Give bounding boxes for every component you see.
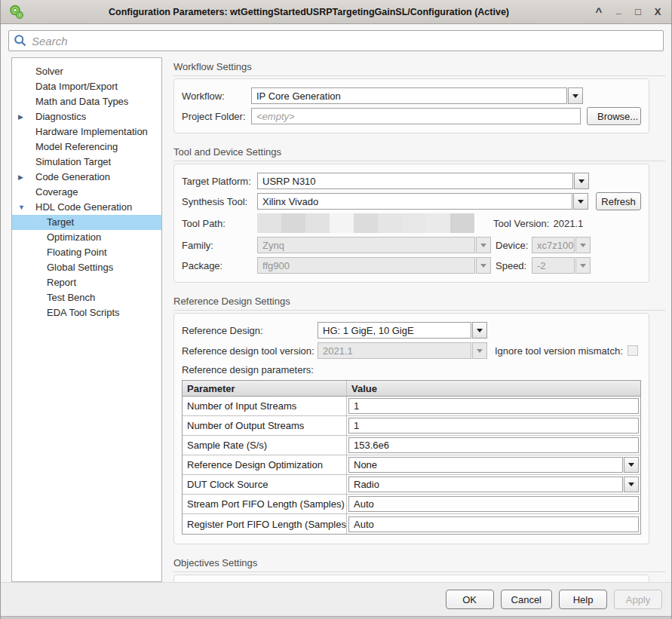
number-of-output-streams-input[interactable] (348, 418, 639, 434)
reference-design-parameters-label: Reference design parameters: (182, 364, 314, 375)
sidebar-item-hdl-code-generation[interactable]: HDL Code Generation (12, 200, 161, 215)
reference-design-settings-title: Reference Design Settings (173, 292, 665, 311)
package-combobox: ffg900 (257, 257, 491, 274)
window-bottom-edge (1, 616, 671, 619)
dropdown-arrow-icon (476, 237, 491, 253)
close-window-icon[interactable]: X (652, 6, 664, 17)
reference-design-parameters-table: Parameter Value Number of Input Streams … (182, 380, 641, 535)
table-row: DUT Clock Source Radio (183, 475, 640, 495)
project-folder-input[interactable] (251, 108, 581, 124)
collapse-arrow-icon[interactable] (18, 200, 29, 215)
objectives-settings-title: Objectives Settings (173, 553, 665, 572)
dropdown-arrow-icon (472, 342, 487, 359)
workflow-combobox[interactable]: IP Core Generation (251, 87, 583, 104)
sidebar-item-target[interactable]: Target (12, 215, 161, 230)
workflow-settings-panel: Workflow: IP Core Generation Project Fol… (173, 78, 649, 133)
expand-arrow-icon[interactable] (18, 170, 29, 185)
table-row: Sample Rate (S/s) (183, 436, 640, 455)
synthesis-tool-label: Synthesis Tool: (182, 196, 257, 207)
dropdown-arrow-icon[interactable] (573, 193, 588, 210)
search-input[interactable] (8, 30, 664, 51)
sidebar-item-floating-point[interactable]: Floating Point (12, 245, 161, 260)
reference-design-combobox[interactable]: HG: 1 GigE, 10 GigE (318, 322, 487, 339)
minimize-window-icon[interactable]: _ (612, 4, 624, 15)
sidebar-item-code-generation[interactable]: Code Generation (12, 170, 161, 185)
dropdown-arrow-icon[interactable] (568, 87, 583, 104)
project-folder-label: Project Folder: (182, 111, 251, 122)
target-platform-combobox[interactable]: USRP N310 (257, 173, 589, 189)
reference-design-optimization-combobox[interactable]: None (348, 457, 639, 473)
tool-version-value: 2021.1 (553, 218, 583, 229)
dut-clock-source-combobox[interactable]: Radio (348, 477, 639, 492)
reference-design-tool-version-label: Reference design tool version: (182, 345, 318, 357)
search-icon (14, 34, 27, 47)
sidebar-item-global-settings[interactable]: Global Settings (12, 260, 161, 275)
refresh-button[interactable]: Refresh (596, 192, 641, 210)
simulink-logo-icon (8, 4, 25, 20)
sidebar-item-optimization[interactable]: Optimization (12, 230, 161, 245)
sidebar-item-test-bench[interactable]: Test Bench (12, 290, 161, 305)
expand-arrow-icon[interactable] (18, 109, 29, 124)
target-platform-label: Target Platform: (182, 176, 257, 187)
sidebar-item-coverage[interactable]: Coverage (12, 185, 161, 200)
sidebar-item-math-and-data-types[interactable]: Math and Data Types (12, 94, 161, 109)
tool-device-settings-title: Tool and Device Settings (173, 142, 665, 161)
sidebar-item-eda-tool-scripts[interactable]: EDA Tool Scripts (12, 305, 161, 320)
family-combobox: Zynq (257, 237, 491, 253)
window-title: Configuration Parameters: wtGettingStart… (25, 7, 593, 17)
table-row: Stream Port FIFO Length (Samples) (183, 495, 640, 514)
value-column-header: Value (347, 381, 640, 396)
workflow-settings-title: Workflow Settings (173, 57, 665, 76)
workflow-label: Workflow: (182, 90, 251, 102)
dropdown-arrow-icon[interactable] (574, 173, 589, 189)
tool-version-label: Tool Version: (493, 218, 549, 229)
tool-path-redacted (257, 213, 474, 233)
dropdown-arrow-icon[interactable] (472, 322, 487, 339)
apply-button[interactable]: Apply (614, 590, 662, 609)
reference-design-label: Reference Design: (182, 325, 318, 336)
help-button[interactable]: Help (559, 590, 607, 609)
tool-path-label: Tool Path: (182, 218, 257, 229)
device-combobox: xc7z100 (532, 237, 591, 253)
tool-device-settings-panel: Target Platform: USRP N310 Synthesis Too… (173, 164, 649, 283)
shade-window-icon[interactable]: ^ (593, 5, 605, 18)
dropdown-arrow-icon[interactable] (624, 457, 639, 473)
reference-design-tool-version-combobox: 2021.1 (318, 342, 487, 359)
table-header-row: Parameter Value (183, 381, 640, 397)
sample-rate-input[interactable] (348, 437, 639, 453)
device-label: Device: (496, 240, 532, 251)
register-port-fifo-length-input[interactable] (348, 516, 639, 532)
dialog-button-bar: OK Cancel Help Apply (1, 582, 671, 616)
cancel-button[interactable]: Cancel (501, 590, 552, 609)
speed-combobox: -2 (532, 257, 591, 274)
title-bar[interactable]: Configuration Parameters: wtGettingStart… (1, 0, 671, 24)
table-row: Number of Input Streams (183, 397, 640, 416)
sidebar-item-data-import-export[interactable]: Data Import/Export (12, 79, 161, 94)
sidebar-item-simulation-target[interactable]: Simulation Target (12, 155, 161, 170)
sidebar-item-diagnostics[interactable]: Diagnostics (12, 109, 161, 124)
configuration-parameters-dialog: Configuration Parameters: wtGettingStart… (0, 0, 672, 619)
ignore-tool-version-mismatch-checkbox (628, 345, 638, 356)
dropdown-arrow-icon[interactable] (624, 477, 639, 492)
stream-port-fifo-length-input[interactable] (348, 496, 639, 512)
browse-button[interactable]: Browse... (587, 107, 641, 125)
speed-label: Speed: (496, 260, 532, 271)
reference-design-settings-panel: Reference Design: HG: 1 GigE, 10 GigE Re… (173, 313, 649, 544)
sidebar-item-solver[interactable]: Solver (12, 64, 161, 79)
objectives-settings-panel: Target Frequency (MHz): (173, 575, 649, 582)
dropdown-arrow-icon (575, 237, 591, 253)
family-label: Family: (182, 240, 257, 251)
maximize-window-icon[interactable]: □ (632, 6, 644, 17)
ignore-tool-version-mismatch-label: Ignore tool version mismatch: (495, 345, 623, 357)
table-row: Register Port FIFO Length (Samples) (183, 514, 640, 534)
table-row: Number of Output Streams (183, 416, 640, 436)
synthesis-tool-combobox[interactable]: Xilinx Vivado (257, 193, 588, 210)
ok-button[interactable]: OK (446, 590, 494, 609)
sidebar-item-report[interactable]: Report (12, 275, 161, 290)
target-settings-pane: Workflow Settings Workflow: IP Core Gene… (162, 57, 665, 582)
dropdown-arrow-icon (575, 257, 591, 274)
sidebar-item-hardware-implementation[interactable]: Hardware Implementation (12, 124, 161, 139)
sidebar-item-model-referencing[interactable]: Model Referencing (12, 139, 161, 155)
parameter-column-header: Parameter (183, 381, 347, 396)
number-of-input-streams-input[interactable] (348, 398, 639, 414)
